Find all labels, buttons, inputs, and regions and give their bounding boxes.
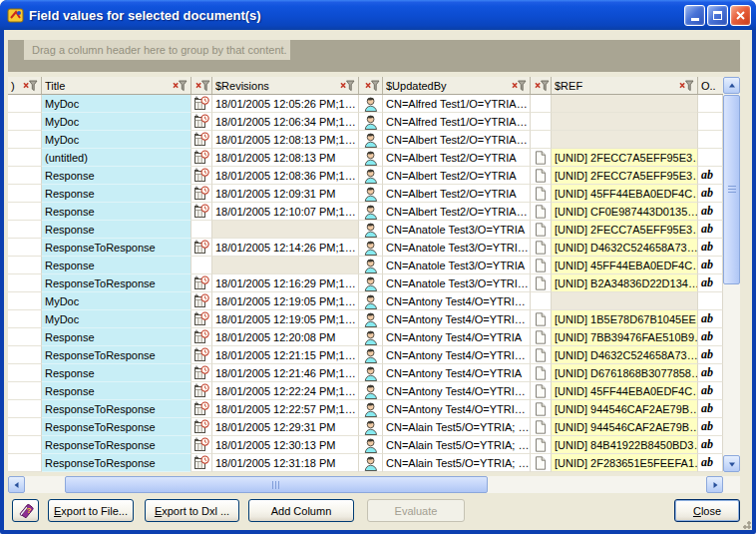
cell-title[interactable]: Response bbox=[42, 167, 191, 185]
table-row[interactable]: ResponseToResponse 18/01/2005 12:30:13 P… bbox=[8, 436, 723, 454]
cell-title[interactable]: ResponseToResponse bbox=[42, 454, 191, 472]
cell-updatedby[interactable]: CN=Antony Test4/O=YTRI… bbox=[383, 346, 531, 364]
cell-title[interactable]: ResponseToResponse bbox=[42, 400, 191, 418]
table-row[interactable]: ResponseToResponse 18/01/2005 12:21:15 P… bbox=[8, 346, 723, 364]
cell-ref-icon[interactable] bbox=[531, 310, 552, 328]
cell-ref-icon[interactable] bbox=[531, 400, 552, 418]
cell-updatedby[interactable]: CN=Antony Test4/O=YTRI… bbox=[383, 310, 531, 328]
cell-revisions-icon[interactable] bbox=[191, 185, 212, 203]
cell-row-selector[interactable] bbox=[8, 113, 42, 131]
column-header-updatedby-icon[interactable] bbox=[359, 77, 383, 94]
filter-icon[interactable] bbox=[678, 80, 694, 92]
cell-ref[interactable]: [UNID] 2FECC7A5EFF95E3… bbox=[552, 221, 698, 239]
table-row[interactable]: ResponseToResponse 18/01/2005 12:14:26 P… bbox=[8, 239, 723, 257]
filter-icon[interactable] bbox=[339, 80, 355, 92]
cell-ref[interactable] bbox=[552, 131, 698, 149]
cell-field-type[interactable]: ab bbox=[698, 400, 723, 418]
cell-updatedby[interactable]: CN=Albert Test2/O=YTRIA bbox=[383, 167, 531, 185]
export-to-file-button[interactable]: Export to File... bbox=[48, 499, 134, 522]
table-row[interactable]: MyDoc 18/01/2005 12:05:26 PM;1… CN=Alfre… bbox=[8, 95, 723, 113]
filter-icon[interactable] bbox=[172, 80, 188, 92]
cell-title[interactable]: ResponseToResponse bbox=[42, 274, 191, 292]
cell-field-type[interactable] bbox=[698, 131, 723, 149]
cell-field-type[interactable]: ab bbox=[698, 382, 723, 400]
cell-ref-icon[interactable] bbox=[531, 274, 552, 292]
cell-updatedby[interactable]: CN=Anatole Test3/O=YTRI… bbox=[383, 274, 531, 292]
cell-row-selector[interactable] bbox=[8, 382, 42, 400]
cell-updatedby-icon[interactable] bbox=[359, 364, 383, 382]
cell-title[interactable]: MyDoc bbox=[42, 310, 191, 328]
cell-revisions-icon[interactable] bbox=[191, 167, 212, 185]
cell-updatedby[interactable]: CN=Albert Test2/O=YTRIA bbox=[383, 185, 531, 203]
table-row[interactable]: (untitled) 18/01/2005 12:08:13 PM CN=Alb… bbox=[8, 149, 723, 167]
cell-ref-icon[interactable] bbox=[531, 454, 552, 472]
cell-updatedby[interactable]: CN=Alfred Test1/O=YTRIA… bbox=[383, 95, 531, 113]
cell-revisions[interactable]: 18/01/2005 12:20:08 PM bbox=[212, 328, 359, 346]
cell-updatedby[interactable]: CN=Antony Test4/O=YTRIA bbox=[383, 328, 531, 346]
cell-field-type[interactable] bbox=[698, 113, 723, 131]
cell-revisions-icon[interactable] bbox=[191, 400, 212, 418]
cell-field-type[interactable]: ab bbox=[698, 328, 723, 346]
cell-row-selector[interactable] bbox=[8, 328, 42, 346]
cell-ref[interactable]: [UNID] D6761868B3077858… bbox=[552, 364, 698, 382]
cell-revisions-icon[interactable] bbox=[191, 149, 212, 167]
filter-icon[interactable] bbox=[534, 80, 550, 92]
add-column-button[interactable]: Add Column bbox=[248, 499, 354, 522]
cell-row-selector[interactable] bbox=[8, 149, 42, 167]
cell-revisions[interactable]: 18/01/2005 12:08:36 PM;1… bbox=[212, 167, 359, 185]
cell-revisions[interactable]: 18/01/2005 12:19:05 PM;1… bbox=[212, 292, 359, 310]
cell-field-type[interactable]: ab bbox=[698, 436, 723, 454]
cell-updatedby-icon[interactable] bbox=[359, 167, 383, 185]
cell-ref-icon[interactable] bbox=[531, 239, 552, 257]
cell-row-selector[interactable] bbox=[8, 203, 42, 221]
cell-ref[interactable]: [UNID] 1B5E78D67B1045EE… bbox=[552, 310, 698, 328]
cell-row-selector[interactable] bbox=[8, 454, 42, 472]
cell-revisions[interactable] bbox=[212, 257, 359, 274]
cell-ref-icon[interactable] bbox=[531, 436, 552, 454]
table-row[interactable]: Response 18/01/2005 12:09:31 PM CN=Alber… bbox=[8, 185, 723, 203]
cell-ref[interactable]: [UNID] 2FECC7A5EFF95E3… bbox=[552, 149, 698, 167]
cell-ref[interactable]: [UNID] 2F283651E5FEEFA1… bbox=[552, 454, 698, 472]
cell-revisions[interactable]: 18/01/2005 12:19:05 PM;1… bbox=[212, 310, 359, 328]
cell-updatedby[interactable]: CN=Anatole Test3/O=YTRIA bbox=[383, 257, 531, 274]
cell-updatedby-icon[interactable] bbox=[359, 436, 383, 454]
close-window-button[interactable] bbox=[730, 5, 751, 26]
cell-revisions-icon[interactable] bbox=[191, 203, 212, 221]
column-header-revisions[interactable]: $Revisions bbox=[212, 77, 359, 94]
cell-revisions-icon[interactable] bbox=[191, 328, 212, 346]
cell-updatedby[interactable]: CN=Alain Test5/O=YTRIA; … bbox=[383, 454, 531, 472]
cell-title[interactable]: ResponseToResponse bbox=[42, 346, 191, 364]
cell-ref-icon[interactable] bbox=[531, 418, 552, 436]
cell-revisions-icon[interactable] bbox=[191, 346, 212, 364]
cell-field-type[interactable]: ab bbox=[698, 221, 723, 239]
cell-row-selector[interactable] bbox=[8, 131, 42, 149]
table-row[interactable]: ResponseToResponse 18/01/2005 12:29:31 P… bbox=[8, 418, 723, 436]
table-row[interactable]: Response 18/01/2005 12:21:46 PM;1… CN=An… bbox=[8, 364, 723, 382]
help-button[interactable] bbox=[12, 499, 39, 522]
cell-ref[interactable]: [UNID] 45FF44EBA0EDF4C… bbox=[552, 185, 698, 203]
minimize-button[interactable] bbox=[684, 5, 705, 26]
cell-revisions-icon[interactable] bbox=[191, 364, 212, 382]
table-row[interactable]: Response 18/01/2005 12:08:36 PM;1… CN=Al… bbox=[8, 167, 723, 185]
cell-title[interactable]: ResponseToResponse bbox=[42, 239, 191, 257]
cell-updatedby-icon[interactable] bbox=[359, 257, 383, 274]
cell-updatedby-icon[interactable] bbox=[359, 292, 383, 310]
cell-revisions-icon[interactable] bbox=[191, 131, 212, 149]
table-row[interactable]: Response 18/01/2005 12:20:08 PM CN=Anton… bbox=[8, 328, 723, 346]
column-header-ref-icon[interactable] bbox=[531, 77, 552, 94]
cell-revisions[interactable]: 18/01/2005 12:22:57 PM;1… bbox=[212, 400, 359, 418]
cell-revisions[interactable]: 18/01/2005 12:09:31 PM bbox=[212, 185, 359, 203]
cell-revisions[interactable]: 18/01/2005 12:14:26 PM;1… bbox=[212, 239, 359, 257]
cell-ref[interactable]: [UNID] 944546CAF2AE79B… bbox=[552, 418, 698, 436]
scroll-down-button[interactable] bbox=[723, 455, 740, 472]
cell-ref-icon[interactable] bbox=[531, 167, 552, 185]
cell-updatedby[interactable]: CN=Alfred Test1/O=YTRIA… bbox=[383, 113, 531, 131]
cell-ref-icon[interactable] bbox=[531, 185, 552, 203]
cell-ref-icon[interactable] bbox=[531, 257, 552, 274]
table-row[interactable]: MyDoc 18/01/2005 12:08:13 PM;1… CN=Alber… bbox=[8, 131, 723, 149]
column-header-ref[interactable]: $REF bbox=[552, 77, 698, 94]
cell-revisions[interactable]: 18/01/2005 12:21:15 PM;1… bbox=[212, 346, 359, 364]
table-row[interactable]: MyDoc 18/01/2005 12:19:05 PM;1… CN=Anton… bbox=[8, 310, 723, 328]
cell-updatedby-icon[interactable] bbox=[359, 346, 383, 364]
cell-title[interactable]: Response bbox=[42, 257, 191, 274]
